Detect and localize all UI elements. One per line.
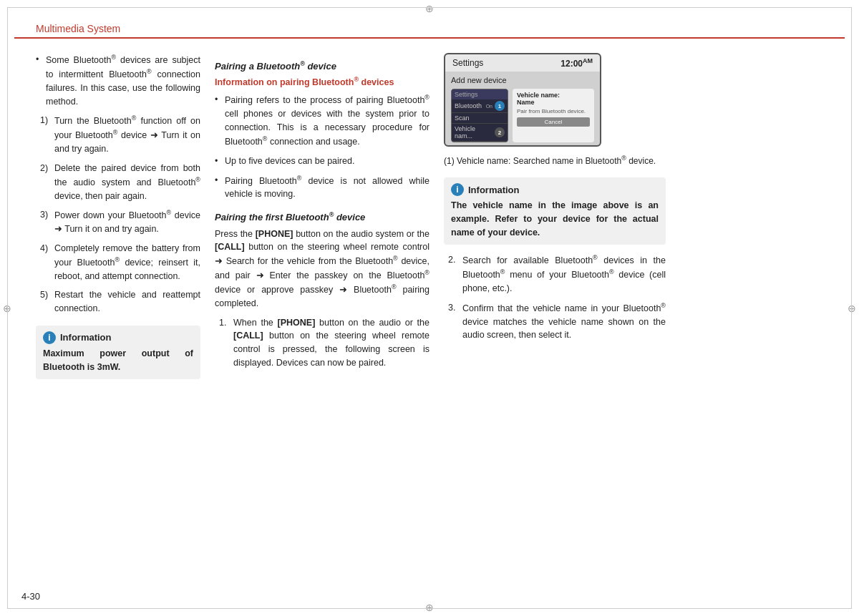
page-header: Multimedia System (14, 14, 845, 39)
list-item: Up to five devices can be paired. (215, 155, 430, 168)
list-number: 3) (40, 208, 48, 222)
mid-section-subtitle: Information on pairing Bluetooth® device… (215, 76, 430, 87)
phone-row-scan: Scan (452, 113, 508, 124)
info-box-title: Information (60, 332, 112, 343)
left-numbered-list: 1) Turn the Bluetooth® function off on y… (36, 114, 200, 316)
list-number: 2) (40, 162, 48, 175)
list-item: 3) Power down your Bluetooth® device ➜ T… (40, 208, 200, 236)
screen-caption: (1) Vehicle name: Searched name in Bluet… (444, 154, 666, 167)
mid-numbered-list: 1. When the [PHONE] button on the audio … (215, 316, 430, 370)
list-item: 4) Completely remove the battery from yo… (40, 242, 200, 283)
list-item: 2) Delete the paired device from both th… (40, 162, 200, 202)
phone-row-1: Bluetooth On 1 (452, 99, 508, 113)
right-info-box: i Information The vehicle name in the im… (444, 177, 666, 245)
phone-header: Settings (452, 89, 508, 99)
main-content: Some Bluetooth® devices are subject to i… (14, 39, 845, 393)
phone-scan-label: Scan (455, 114, 470, 122)
left-info-box: i Information Maximum power output of Bl… (36, 326, 200, 380)
screen-info-title: Vehicle name:Name (517, 92, 590, 106)
screen-time: 12:00AM (560, 57, 593, 69)
page-number: 4-30 (21, 591, 40, 602)
list-number: 1) (40, 114, 48, 127)
phone-on-label: On (486, 104, 492, 109)
info-box-header: i Information (43, 331, 193, 344)
info-box-content: Maximum power output of Bluetooth is 3mW… (43, 347, 193, 374)
bottom-mark: ⊕ (425, 602, 434, 613)
add-new-device-label: Add new device (451, 74, 594, 86)
list-item: 5) Restart the vehicle and reattempt con… (40, 288, 200, 316)
phone-vehicle-label: Vehicle nam... (455, 125, 495, 140)
list-item: 3. Confirm that the vehicle name in your… (448, 301, 666, 342)
info-icon: i (43, 331, 56, 344)
list-item: 2. Search for available Bluetooth® devic… (448, 253, 666, 295)
cancel-button[interactable]: Cancel (517, 117, 590, 127)
right-info-box-title: Information (468, 185, 520, 195)
list-number: 2. (448, 253, 455, 267)
phone-row-vehicle: Vehicle nam... 2 (452, 124, 508, 142)
list-item: 1. When the [PHONE] button on the audio … (219, 316, 430, 370)
left-bullet-list: Some Bluetooth® devices are subject to i… (36, 53, 200, 108)
right-info-icon: i (451, 183, 464, 196)
screen-body: Add new device Settings Bluetooth On 1 (445, 72, 600, 145)
phone-mockup: Settings Bluetooth On 1 Scan Ve (451, 89, 508, 142)
list-number: 5) (40, 288, 48, 302)
mid-bullet-list: Pairing refers to the process of pairing… (215, 93, 430, 201)
list-number: 4) (40, 242, 48, 255)
list-number: 3. (448, 301, 455, 315)
right-column: Settings 12:00AM Add new device Settings… (444, 53, 666, 379)
right-numbered-list: 2. Search for available Bluetooth® devic… (444, 253, 666, 342)
left-mark: ⊕ (3, 303, 11, 314)
list-number: 1. (219, 316, 226, 330)
mid-column: Pairing a Bluetooth® device Information … (215, 53, 430, 379)
screen-header: Settings 12:00AM (445, 54, 600, 72)
right-info-box-content: The vehicle name in the image above is a… (451, 199, 659, 239)
first-device-para: Press the [PHONE] button on the audio sy… (215, 228, 430, 311)
screen-info-sub: Pair from Bluetooth device. (517, 108, 590, 114)
badge-1: 1 (495, 101, 505, 111)
screen-inner: Settings Bluetooth On 1 Scan Ve (451, 89, 594, 142)
left-column: Some Bluetooth® devices are subject to i… (36, 53, 200, 379)
mid-section-title: Pairing a Bluetooth® device (215, 60, 430, 72)
list-item: Pairing Bluetooth® device is not allowed… (215, 174, 430, 202)
device-screen: Settings 12:00AM Add new device Settings… (444, 53, 601, 147)
top-mark: ⊕ (425, 3, 434, 14)
first-device-title: Pairing the first Bluetooth® device (215, 211, 430, 223)
page-title: Multimedia System (36, 23, 120, 34)
list-item: 1) Turn the Bluetooth® function off on y… (40, 114, 200, 156)
list-item: Some Bluetooth® devices are subject to i… (36, 53, 200, 108)
phone-bluetooth-label: Bluetooth (455, 102, 482, 109)
screen-info-panel: Vehicle name:Name Pair from Bluetooth de… (513, 89, 594, 142)
right-info-box-header: i Information (451, 183, 659, 196)
badge-2: 2 (495, 127, 505, 137)
right-mark: ⊕ (848, 303, 856, 314)
list-item: Pairing refers to the process of pairing… (215, 93, 430, 148)
screen-settings-label: Settings (452, 58, 483, 68)
